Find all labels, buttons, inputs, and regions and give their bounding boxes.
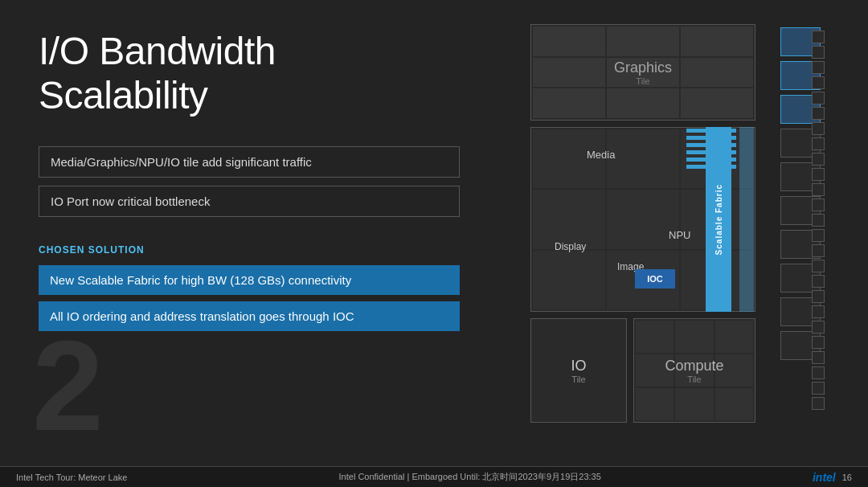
dot-sq-11 (812, 183, 825, 196)
intel-logo: intel (813, 471, 836, 484)
dot-sq-10 (812, 168, 825, 181)
right-dots (812, 24, 829, 442)
dot-sq-3 (812, 61, 825, 74)
footer-right: intel 16 (813, 471, 852, 484)
dot-sq-20 (812, 321, 825, 334)
solution-box-1: New Scalable Fabric for high BW (128 GBs… (39, 265, 460, 295)
dot-sq-21 (812, 336, 825, 349)
dot-sq-14 (812, 229, 825, 242)
dot-sq-17 (812, 275, 825, 288)
npu-label: NPU (669, 229, 690, 241)
dot-sq-16 (812, 260, 825, 272)
dot-sq-12 (812, 198, 825, 211)
tile-compute: Compute Tile (633, 318, 755, 423)
solution-text-1: New Scalable Fabric for high BW (128 GBs… (50, 273, 351, 287)
slide-container: I/O BandwidthScalability Media/Graphics/… (0, 0, 868, 466)
display-label: Display (555, 241, 586, 252)
dot-sq-18 (812, 290, 825, 303)
dot-sq-19 (812, 305, 825, 318)
dot-sq-13 (812, 214, 825, 227)
architecture-diagram: Graphics Tile (530, 24, 836, 442)
dot-sq-15 (812, 244, 825, 257)
right-panel: Graphics Tile (498, 0, 868, 466)
dot-sq-23 (812, 366, 825, 379)
io-sublabel: Tile (571, 374, 585, 384)
dot-sq-22 (812, 351, 825, 364)
page-number: 16 (842, 473, 852, 482)
bullet-text-1: Media/Graphics/NPU/IO tile add significa… (51, 155, 312, 169)
dot-sq-25 (812, 397, 825, 410)
bullet-text-2: IO Port now critical bottleneck (51, 194, 210, 208)
left-panel: I/O BandwidthScalability Media/Graphics/… (0, 0, 498, 466)
dot-sq-7 (812, 122, 825, 135)
scalable-fabric-label: Scalable Fabric (714, 184, 723, 255)
bullet-box-1: Media/Graphics/NPU/IO tile add significa… (39, 146, 460, 178)
bullet-box-2: IO Port now critical bottleneck (39, 186, 460, 217)
footer-bar: Intel Tech Tour: Meteor Lake Intel Confi… (0, 466, 868, 487)
dot-sq-2 (812, 46, 825, 59)
ioc-box: IOC (635, 269, 675, 289)
dot-sq-1 (812, 31, 825, 43)
chosen-label: CHOSEN SOLUTION (39, 244, 460, 256)
media-label: Media (587, 149, 615, 161)
ioc-label: IOC (647, 274, 663, 284)
footer-center: Intel Confidential | Embargoed Until: 北京… (339, 471, 601, 483)
scalable-fabric-bar: Scalable Fabric (706, 127, 731, 312)
tile-graphics: Graphics Tile (530, 24, 755, 121)
dot-sq-24 (812, 382, 825, 395)
footer-left: Intel Tech Tour: Meteor Lake (16, 473, 127, 482)
slide-title: I/O BandwidthScalability (39, 29, 460, 117)
io-label: IO (571, 358, 586, 374)
dot-sq-9 (812, 153, 825, 166)
tile-io: IO Tile (530, 318, 627, 423)
dot-sq-6 (812, 107, 825, 120)
dot-sq-8 (812, 137, 825, 150)
blue-highlight (739, 127, 754, 312)
big-number: 2 (32, 321, 104, 450)
dot-sq-5 (812, 92, 825, 104)
dot-sq-4 (812, 76, 825, 89)
